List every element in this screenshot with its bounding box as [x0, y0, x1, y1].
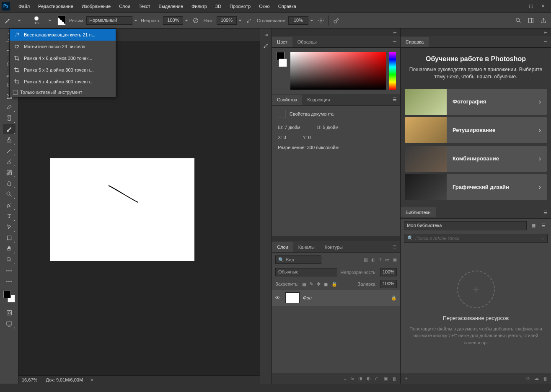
brush-dropdown[interactable]	[46, 16, 54, 25]
canvas[interactable]	[50, 158, 194, 261]
tab-libraries[interactable]: Библиотеки	[401, 207, 436, 217]
collapse-right[interactable]: ▸▸	[543, 29, 548, 35]
blur-tool[interactable]	[3, 178, 16, 188]
layer-opacity-input[interactable]: 100%	[380, 268, 397, 276]
tab-paths[interactable]: Контуры	[320, 242, 348, 252]
help-card-compositing[interactable]: Комбинирование ›	[405, 146, 547, 172]
workspace-icon[interactable]	[527, 16, 535, 25]
pen-tool[interactable]	[3, 200, 16, 210]
dodge-tool[interactable]	[3, 189, 16, 199]
filter-smart-icon[interactable]: ▣	[393, 257, 397, 263]
opacity-input[interactable]: 100%	[163, 16, 183, 25]
path-select-tool[interactable]	[3, 222, 16, 232]
layer-thumbnail[interactable]	[285, 292, 300, 303]
hue-slider[interactable]	[389, 52, 396, 90]
collapse-mid[interactable]: ▸▸	[392, 29, 398, 35]
link-layers-icon[interactable]: 𐬽	[344, 376, 346, 381]
stock-icon[interactable]: ⟳	[526, 376, 530, 381]
group-icon[interactable]: 🗀	[375, 376, 380, 381]
library-drop-zone[interactable]: ＋ Перетаскивание ресурсов Перетащите фай…	[401, 244, 551, 373]
menu-help[interactable]: Справка	[274, 2, 300, 10]
preset-item[interactable]: Восстанавливающая кисть 21 п...	[10, 29, 116, 41]
list-view-icon[interactable]: ☰	[539, 222, 548, 230]
zoom-level[interactable]: 16,67%	[22, 377, 37, 382]
eraser-tool[interactable]	[3, 157, 16, 167]
menu-3d[interactable]: 3D	[211, 2, 225, 10]
panel-menu-icon[interactable]: ☰	[540, 39, 551, 44]
layer-name[interactable]: Фон	[303, 295, 312, 300]
filter-adjust-icon[interactable]: ◐	[371, 257, 375, 263]
pressure-opacity-icon[interactable]	[191, 16, 200, 25]
quick-mask-toggle[interactable]	[3, 308, 16, 318]
eyedropper-tool[interactable]	[3, 102, 16, 112]
delete-layer-icon[interactable]: 🗑	[392, 376, 397, 381]
lock-artboard-icon[interactable]: ▣	[324, 281, 328, 287]
filter-shape-icon[interactable]: ▭	[385, 257, 389, 263]
airbrush-icon[interactable]	[245, 16, 254, 25]
filter-type-icon[interactable]: T	[379, 257, 382, 263]
panel-menu-icon[interactable]: ☰	[540, 210, 551, 215]
only-active-checkbox[interactable]	[13, 90, 18, 95]
more-tools[interactable]	[3, 266, 16, 276]
menu-text[interactable]: Текст	[135, 2, 155, 10]
layer-filter-select[interactable]: 🔍 Вид	[275, 255, 321, 264]
menu-window[interactable]: Окно	[255, 2, 274, 10]
menu-image[interactable]: Изображение	[78, 2, 115, 10]
preset-item[interactable]: Рамка 4 х 6 дюймов 300 точек...	[10, 52, 116, 64]
type-tool[interactable]	[3, 211, 16, 221]
lock-position-icon[interactable]: ✥	[317, 281, 321, 287]
grid-view-icon[interactable]: ▦	[529, 222, 538, 230]
menu-select[interactable]: Выделение	[155, 2, 187, 10]
delete-icon[interactable]: 🗑	[543, 376, 548, 381]
add-content-icon[interactable]: ＋	[404, 375, 409, 382]
gradient-tool[interactable]	[3, 168, 16, 178]
menu-layers[interactable]: Слои	[115, 2, 135, 10]
fill-input[interactable]: 100%	[380, 280, 397, 288]
tool-preset-picker[interactable]	[3, 16, 12, 25]
tool-preset-dropdown[interactable]	[15, 16, 23, 25]
filter-pixel-icon[interactable]: ▦	[364, 257, 368, 263]
pressure-size-icon[interactable]	[332, 16, 341, 25]
maximize-button[interactable]: ▢	[528, 3, 534, 10]
blend-mode-select[interactable]: Обычные	[275, 268, 337, 276]
color-field[interactable]	[290, 52, 386, 90]
tab-layers[interactable]: Слои	[272, 242, 293, 252]
stamp-tool[interactable]	[3, 135, 16, 145]
zoom-tool[interactable]	[3, 255, 16, 265]
expand-dock[interactable]: ◂◂	[263, 32, 269, 38]
preset-item[interactable]: Рамка 5 х 4 дюйма 300 точек н...	[10, 76, 116, 88]
preset-item[interactable]: Магнитное лассо 24 пиксела	[10, 41, 116, 52]
adjustment-layer-icon[interactable]: ◐	[367, 376, 371, 381]
help-card-photography[interactable]: Фотография ›	[405, 89, 547, 115]
new-layer-icon[interactable]: ▣	[384, 376, 388, 381]
tab-properties[interactable]: Свойства	[272, 95, 302, 105]
library-search-input[interactable]: 🔍 Поиск в Adobe Stock ⌄	[404, 234, 548, 243]
menu-edit[interactable]: Редактирование	[34, 2, 78, 10]
screen-mode-toggle[interactable]	[3, 319, 16, 329]
shape-tool[interactable]	[3, 233, 16, 243]
minimize-button[interactable]: —	[516, 3, 523, 10]
smoothing-settings-icon[interactable]	[317, 16, 325, 25]
menu-view[interactable]: Просмотр	[225, 2, 255, 10]
mode-select[interactable]: Нормальный	[86, 16, 132, 25]
tab-color[interactable]: Цвет	[272, 37, 292, 47]
smoothing-input[interactable]: 10%	[288, 16, 308, 25]
tab-channels[interactable]: Каналы	[293, 242, 320, 252]
hand-tool[interactable]	[3, 244, 16, 254]
panel-menu-icon[interactable]: ☰	[389, 39, 400, 44]
brush-tool[interactable]	[3, 124, 16, 134]
search-icon[interactable]	[514, 16, 523, 25]
lock-pixels-icon[interactable]: ✎	[310, 281, 313, 287]
tab-adjustments[interactable]: Коррекция	[302, 95, 335, 105]
panel-menu-icon[interactable]: ☰	[389, 97, 400, 102]
tab-swatches[interactable]: Образцы	[292, 37, 322, 47]
close-button[interactable]: ✕	[539, 3, 546, 10]
cloud-icon[interactable]: ☁	[534, 376, 539, 381]
layer-style-icon[interactable]: fx	[350, 376, 354, 381]
brush-panel-toggle[interactable]	[57, 16, 66, 25]
tab-help[interactable]: Справка	[401, 37, 429, 47]
layer-mask-icon[interactable]: ◑	[358, 376, 362, 381]
edit-toolbar[interactable]	[3, 276, 16, 286]
menu-file[interactable]: Файл	[14, 2, 34, 10]
menu-filter[interactable]: Фильтр	[187, 2, 211, 10]
